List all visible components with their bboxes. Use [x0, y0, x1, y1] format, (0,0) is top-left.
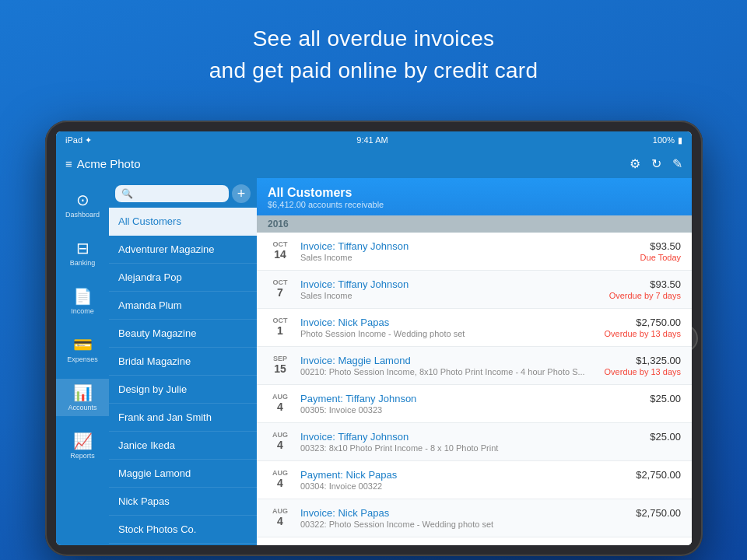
nav-title: ≡ Acme Photo — [65, 157, 630, 170]
invoice-row[interactable]: OCT 7 Invoice: Tiffany Johnson Sales Inc… — [257, 271, 692, 309]
invoice-date: SEP 15 — [268, 355, 293, 375]
invoice-row[interactable]: AUG 4 Payment: Nick Papas 00304: Invoice… — [257, 461, 692, 499]
invoice-desc: 00323: 8x10 Photo Print Income - 8 x 10 … — [300, 443, 642, 453]
invoice-date: OCT 14 — [268, 240, 293, 261]
customer-item-frank[interactable]: Frank and Jan Smith — [109, 404, 257, 432]
invoice-amount: $93.50 — [609, 278, 681, 290]
invoice-row[interactable]: OCT 14 Invoice: Tiffany Johnson Sales In… — [257, 233, 692, 271]
invoice-amount: $93.50 — [640, 240, 681, 252]
sidebar-item-banking[interactable]: ⊟ Banking — [56, 234, 109, 271]
sidebar-item-expenses[interactable]: 💳 Expenses — [56, 331, 109, 368]
invoice-row[interactable]: AUG 4 Payment: Tiffany Johnson 00305: In… — [257, 385, 692, 423]
content-subtitle: $6,412.00 accounts receivable — [268, 200, 681, 209]
customer-item-all[interactable]: All Customers — [109, 208, 257, 236]
customer-item-nick[interactable]: Nick Papas — [109, 488, 257, 516]
invoice-date: AUG 4 — [268, 507, 293, 527]
settings-icon[interactable]: ⚙ — [630, 156, 640, 171]
edit-icon[interactable]: ✎ — [672, 156, 682, 171]
content-panel: All Customers $6,412.00 accounts receiva… — [257, 178, 692, 545]
invoice-desc: Sales Income — [300, 253, 633, 262]
customer-item-adventurer[interactable]: Adventurer Magazine — [109, 236, 257, 264]
invoice-amount: $25.00 — [650, 431, 681, 443]
invoice-date: OCT 7 — [268, 278, 293, 299]
customer-item-bridal[interactable]: Bridal Magazine — [109, 348, 257, 376]
invoice-details: Invoice: Tiffany Johnson Sales Income — [300, 240, 633, 262]
invoice-amount: $2,750.00 — [636, 469, 681, 481]
invoice-day: 4 — [268, 477, 293, 489]
refresh-icon[interactable]: ↻ — [651, 156, 661, 171]
add-customer-button[interactable]: + — [232, 184, 251, 203]
customer-item-susie[interactable]: Susie and Nick Flint — [109, 544, 257, 545]
invoice-status: Due Today — [640, 253, 681, 262]
main-area: ⊙ Dashboard ⊟ Banking 📄 Income 💳 Expense… — [56, 178, 692, 545]
invoice-row[interactable]: AUG 3 Payment: Adventurer Magazine 00303… — [257, 537, 692, 545]
sidebar-item-income[interactable]: 📄 Income — [56, 282, 109, 320]
battery-icon: ▮ — [678, 135, 682, 145]
invoice-amount: $1,325.00 — [605, 355, 681, 366]
invoice-date: AUG 4 — [268, 393, 293, 413]
invoice-row[interactable]: AUG 4 Invoice: Tiffany Johnson 00323: 8x… — [257, 423, 692, 461]
invoice-day: 4 — [268, 515, 293, 527]
ipad-device: iPad ✦ 9:41 AM 100% ▮ ≡ Acme Photo ⚙ ↻ ✎ — [45, 121, 703, 556]
sidebar-label-banking: Banking — [70, 259, 96, 267]
invoice-amount: $25.00 — [650, 393, 681, 404]
invoice-row[interactable]: AUG 4 Invoice: Nick Papas 00322: Photo S… — [257, 499, 692, 537]
search-input[interactable] — [136, 188, 223, 199]
invoice-row[interactable]: SEP 15 Invoice: Maggie Lamond 00210: Pho… — [257, 347, 692, 385]
customer-item-design[interactable]: Design by Julie — [109, 376, 257, 404]
customer-item-maggie[interactable]: Maggie Lamond — [109, 460, 257, 488]
invoice-month: SEP — [268, 355, 293, 362]
invoice-status: Overdue by 7 days — [609, 291, 681, 300]
invoice-month: AUG — [268, 431, 293, 439]
sidebar-item-accounts[interactable]: 📊 Accounts — [56, 379, 109, 416]
invoice-row[interactable]: OCT 1 Invoice: Nick Papas Photo Session … — [257, 309, 692, 347]
invoice-amount: $2,750.00 — [605, 317, 681, 328]
invoice-month: AUG — [268, 507, 293, 515]
invoice-details: Invoice: Tiffany Johnson Sales Income — [300, 278, 601, 300]
year-header: 2016 — [257, 215, 692, 233]
sidebar-label-expenses: Expenses — [67, 355, 98, 363]
ipad-screen: iPad ✦ 9:41 AM 100% ▮ ≡ Acme Photo ⚙ ↻ ✎ — [56, 131, 692, 545]
customer-list: All Customers Adventurer Magazine Alejan… — [109, 208, 257, 545]
invoice-day: 4 — [268, 439, 293, 451]
status-right: 100% ▮ — [653, 135, 682, 145]
customer-panel: 🔍 + All Customers Adventurer Magazine Al… — [109, 178, 257, 545]
sidebar-item-reports[interactable]: 📈 Reports — [56, 427, 109, 464]
dashboard-icon: ⊙ — [76, 191, 89, 209]
invoice-desc: Photo Session Income - Wedding photo set — [300, 329, 597, 338]
sidebar: ⊙ Dashboard ⊟ Banking 📄 Income 💳 Expense… — [56, 178, 109, 545]
invoice-right: $2,750.00 — [636, 507, 681, 519]
sidebar-label-accounts: Accounts — [68, 404, 96, 411]
invoice-desc: 00304: Invoice 00322 — [300, 481, 628, 491]
invoice-details: Invoice: Nick Papas 00322: Photo Session… — [300, 507, 628, 529]
invoice-details: Invoice: Nick Papas Photo Session Income… — [300, 317, 597, 338]
sidebar-item-dashboard[interactable]: ⊙ Dashboard — [56, 186, 109, 223]
invoice-details: Payment: Tiffany Johnson 00305: Invoice … — [300, 393, 642, 415]
customer-item-alejandra[interactable]: Alejandra Pop — [109, 264, 257, 292]
accounts-icon: 📊 — [73, 383, 93, 402]
invoice-month: AUG — [268, 393, 293, 401]
invoice-details: Invoice: Maggie Lamond 00210: Photo Sess… — [300, 355, 597, 376]
customer-item-janice[interactable]: Janice Ikeda — [109, 432, 257, 460]
invoice-desc: 00305: Invoice 00323 — [300, 405, 642, 415]
invoice-day: 15 — [268, 362, 293, 375]
invoice-day: 14 — [268, 248, 293, 261]
customer-item-stock[interactable]: Stock Photos Co. — [109, 516, 257, 544]
customer-item-amanda[interactable]: Amanda Plum — [109, 292, 257, 320]
invoice-name: Invoice: Tiffany Johnson — [300, 240, 633, 252]
invoice-right: $25.00 — [650, 431, 681, 443]
hamburger-icon[interactable]: ≡ — [65, 157, 72, 170]
customer-item-beauty[interactable]: Beauty Magazine — [109, 320, 257, 348]
invoice-status: Overdue by 13 days — [605, 329, 681, 338]
invoice-date: AUG 4 — [268, 431, 293, 451]
content-title: All Customers — [268, 186, 681, 200]
banking-icon: ⊟ — [76, 239, 89, 257]
invoice-day: 4 — [268, 401, 293, 413]
invoice-month: OCT — [268, 278, 293, 286]
invoice-right: $2,750.00 Overdue by 13 days — [605, 317, 681, 338]
invoice-right: $93.50 Due Today — [640, 240, 681, 262]
invoice-name: Invoice: Nick Papas — [300, 317, 597, 328]
search-input-wrap[interactable]: 🔍 — [115, 185, 229, 202]
invoice-details: Invoice: Tiffany Johnson 00323: 8x10 Pho… — [300, 431, 642, 453]
invoice-name: Invoice: Tiffany Johnson — [300, 278, 601, 290]
